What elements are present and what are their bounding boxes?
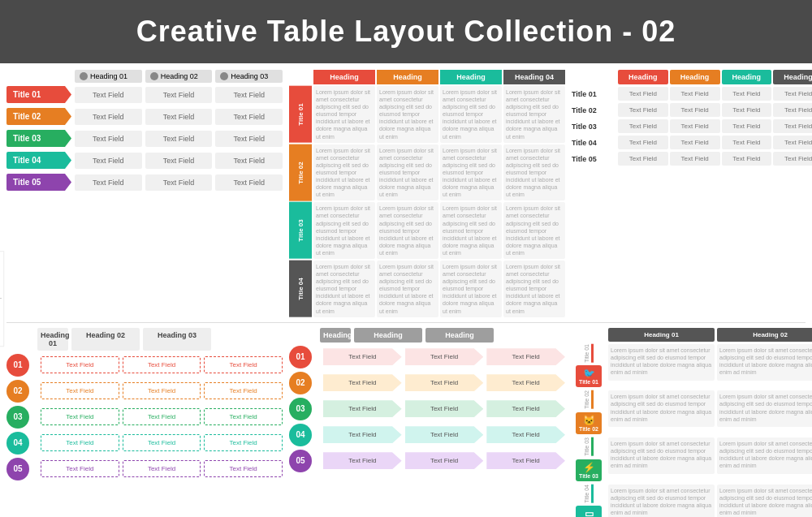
tm-col-h2: Heading <box>377 70 438 84</box>
tm-para-2-1: Lorem ipsum dolor sit amet consectetur a… <box>313 144 375 201</box>
tr-rtitle-5: Title 05 <box>572 155 616 163</box>
tr-row-5: Title 05 Text Field Text Field Text Fiel… <box>572 152 812 166</box>
tl-col-header-2: Heading 02 <box>145 70 213 83</box>
tr-rtitle-1: Title 01 <box>572 90 616 98</box>
br-side-1: Title 01 🐦 Title 01 <box>572 344 606 388</box>
bl-col-h3: Heading 03 <box>143 328 211 351</box>
bm-col-h1: Heading <box>320 328 351 343</box>
br-header-row: Heading 01 Heading 02 <box>572 328 812 342</box>
tl-field-3-2: Text Field <box>145 131 213 147</box>
adobe-badge: Adobe Stock | #561161442 <box>0 251 4 347</box>
br-para-4-2: Lorem ipsum dolor sit amet consectetur a… <box>717 485 812 517</box>
br-row-label-3: Title 03 <box>584 437 594 456</box>
bm-row-1: 01 Text Field Text Field Text Field <box>289 346 565 368</box>
br-para-4-1: Lorem ipsum dolor sit amet consectetur a… <box>608 485 715 517</box>
bm-num-5: 05 <box>289 450 312 472</box>
bm-row-2: 02 Text Field Text Field Text Field <box>289 372 565 394</box>
tm-para-4-3: Lorem ipsum dolor sit amet consectetur a… <box>440 261 502 317</box>
bm-col-h3: Heading <box>425 328 494 343</box>
bm-af-1-1: Text Field <box>323 348 402 365</box>
br-side-4: Title 04 ▭ Title 04 <box>572 485 606 517</box>
tl-row-5: Title 05 Text Field Text Field Text Fiel… <box>6 174 283 191</box>
tl-field-4-1: Text Field <box>75 153 142 169</box>
title-text: Creative Table Layout Collection - 02 <box>136 15 676 48</box>
bm-num-3: 03 <box>289 398 312 420</box>
bm-af-2-3: Text Field <box>486 374 565 391</box>
bl-row-5: 05 Text Field Text Field Text Field <box>6 458 283 480</box>
top-right-table: Heading Heading Heading Heading Title 01… <box>572 70 812 317</box>
tm-para-2-3: Lorem ipsum dolor sit amet consectetur a… <box>440 144 502 201</box>
bl-num-5: 05 <box>6 458 29 480</box>
page-wrapper: Creative Table Layout Collection - 02 He… <box>0 0 812 517</box>
tm-row-title-4: Title 04 <box>289 261 312 317</box>
bl-df-1-2: Text Field <box>123 356 201 373</box>
bm-af-5-2: Text Field <box>405 452 484 469</box>
tl-col-header-3: Heading 03 <box>215 70 283 83</box>
tr-rtitle-4: Title 04 <box>572 139 616 147</box>
bl-row-4: 04 Text Field Text Field Text Field <box>6 432 283 455</box>
tr-row-3: Title 03 Text Field Text Field Text Fiel… <box>572 119 812 133</box>
tl-field-1-2: Text Field <box>145 87 213 103</box>
bl-row-2: 02 Text Field Text Field Text Field <box>6 380 283 403</box>
bl-df-4-3: Text Field <box>204 434 283 451</box>
tl-col-header-1: Heading 01 <box>75 70 142 83</box>
tr-row-1: Title 01 Text Field Text Field Text Fiel… <box>572 87 812 101</box>
tr-header-row: Heading Heading Heading Heading <box>572 70 812 84</box>
tm-para-3-2: Lorem ipsum dolor sit amet consectetur a… <box>377 202 438 259</box>
bottom-row: Heading 01 Heading 02 Heading 03 01 Text… <box>0 325 812 517</box>
bm-af-5-1: Text Field <box>323 452 402 469</box>
top-row: Heading 01 Heading 02 Heading 03 Title 0… <box>0 63 812 321</box>
tm-para-1-2: Lorem ipsum dolor sit amet consectetur a… <box>377 86 438 143</box>
tm-row-1: Title 01 Lorem ipsum dolor sit amet cons… <box>289 86 565 143</box>
br-row-label-1: Title 01 <box>584 344 594 363</box>
bl-row-3: 03 Text Field Text Field Text Field <box>6 406 283 429</box>
bl-df-4-2: Text Field <box>123 434 201 451</box>
bm-num-2: 02 <box>289 372 312 394</box>
bl-df-3-2: Text Field <box>123 408 201 425</box>
bm-af-5-3: Text Field <box>486 452 565 469</box>
tr-col-h4: Heading <box>773 70 812 84</box>
tl-field-1-1: Text Field <box>75 87 142 103</box>
br-para-2-2: Lorem ipsum dolor sit amet consectetur a… <box>717 390 812 427</box>
bl-num-2: 02 <box>6 380 29 403</box>
tl-row-3: Title 03 Text Field Text Field Text Fiel… <box>6 130 283 147</box>
tl-field-2-3: Text Field <box>215 109 283 125</box>
tr-col-h3: Heading <box>722 70 772 84</box>
tl-row-2: Title 02 Text Field Text Field Text Fiel… <box>6 108 283 125</box>
tl-field-4-2: Text Field <box>145 153 213 169</box>
bl-num-1: 01 <box>6 354 29 377</box>
tr-col-h2: Heading <box>670 70 720 84</box>
top-left-table: Heading 01 Heading 02 Heading 03 Title 0… <box>6 70 283 317</box>
tm-row-title-2: Title 02 <box>289 144 312 201</box>
bl-df-5-2: Text Field <box>123 460 201 477</box>
bm-col-h2: Heading <box>354 328 422 343</box>
bm-af-3-1: Text Field <box>323 400 402 417</box>
tm-header-row: Heading Heading Heading Heading 04 <box>289 70 565 84</box>
bm-af-4-1: Text Field <box>323 426 402 443</box>
tl-field-2-2: Text Field <box>145 109 213 125</box>
tl-title-5: Title 05 <box>6 174 71 191</box>
br-row-1: Title 01 🐦 Title 01 Lorem ipsum dolor si… <box>572 344 812 388</box>
tm-para-1-4: Lorem ipsum dolor sit amet consectetur a… <box>503 86 565 143</box>
tl-field-1-3: Text Field <box>215 87 283 103</box>
tr-row-2: Title 02 Text Field Text Field Text Fiel… <box>572 103 812 117</box>
tl-title-2: Title 02 <box>6 108 71 125</box>
tl-title-4: Title 04 <box>6 152 71 169</box>
tl-field-3-1: Text Field <box>75 131 142 147</box>
br-side-3: Title 03 ⚡ Title 03 <box>572 437 606 481</box>
bl-df-1-3: Text Field <box>204 356 283 373</box>
tm-col-h3: Heading <box>440 70 502 84</box>
br-para-1-2: Lorem ipsum dolor sit amet consectetur a… <box>717 344 812 381</box>
br-para-3-1: Lorem ipsum dolor sit amet consectetur a… <box>608 437 715 474</box>
tm-row-2: Title 02 Lorem ipsum dolor sit amet cons… <box>289 144 565 201</box>
bl-col-h2: Heading 02 <box>71 328 140 351</box>
tm-col-h4: Heading 04 <box>503 70 565 84</box>
tm-row-3: Title 03 Lorem ipsum dolor sit amet cons… <box>289 202 565 259</box>
br-row-3: Title 03 ⚡ Title 03 Lorem ipsum dolor si… <box>572 437 812 481</box>
bottom-right-table: Heading 01 Heading 02 Title 01 🐦 Title 0… <box>572 328 812 517</box>
bl-col-h1: Heading 01 <box>37 328 68 351</box>
tm-para-1-3: Lorem ipsum dolor sit amet consectetur a… <box>440 86 502 143</box>
tm-row-title-3: Title 03 <box>289 202 312 259</box>
br-icon-title-1: 🐦 Title 01 <box>576 365 602 387</box>
tm-row-title-1: Title 01 <box>289 86 312 143</box>
